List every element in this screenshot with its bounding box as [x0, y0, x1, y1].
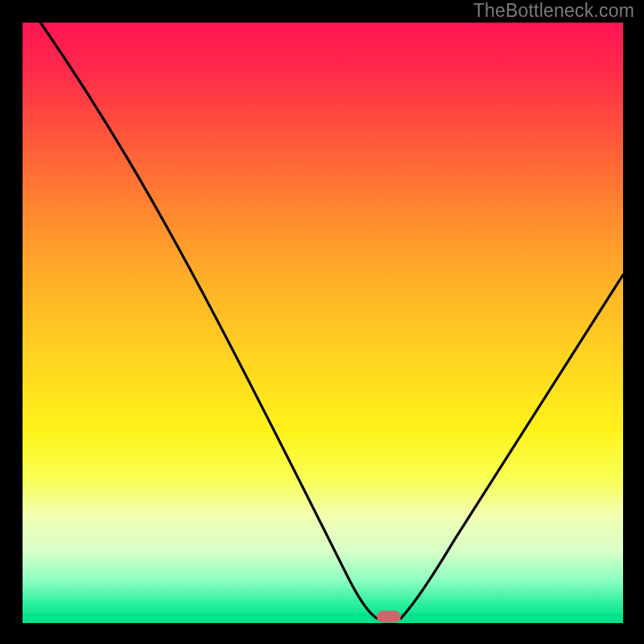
chart-frame: TheBottleneck.com: [0, 0, 644, 644]
plot-area: [23, 23, 623, 623]
bottleneck-curve: [23, 23, 623, 623]
watermark-text: TheBottleneck.com: [473, 0, 634, 22]
optimal-marker: [377, 610, 401, 622]
curve-path: [40, 23, 623, 618]
